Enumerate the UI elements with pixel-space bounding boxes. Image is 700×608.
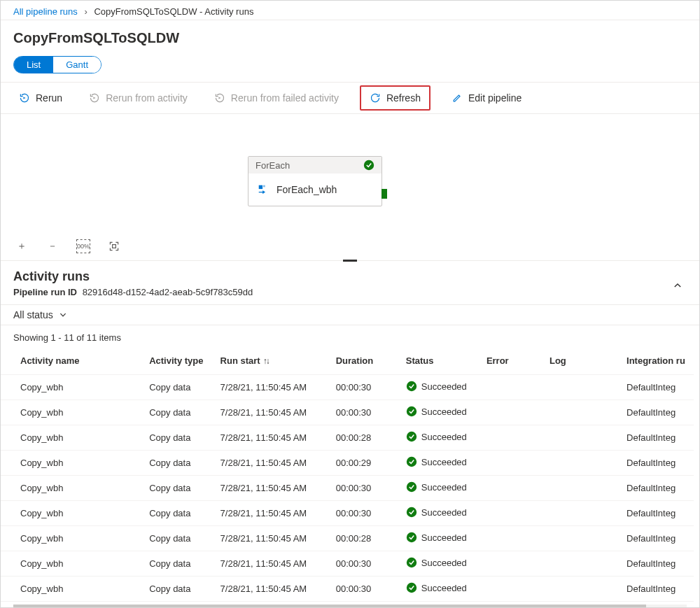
col-duration[interactable]: Duration <box>328 347 398 375</box>
cell-log <box>541 501 618 526</box>
cell-log <box>541 451 618 476</box>
col-error[interactable]: Error <box>478 347 541 375</box>
cell-status: Succeeded <box>398 526 478 551</box>
cell-error <box>478 526 541 551</box>
cell-duration: 00:00:30 <box>328 551 398 577</box>
table-row[interactable]: Copy_wbhCopy data7/28/21, 11:50:45 AM00:… <box>1 526 694 551</box>
view-toggle-gantt[interactable]: Gantt <box>53 57 101 73</box>
horizontal-scrollbar[interactable] <box>13 605 687 608</box>
cell-run-start: 7/28/21, 11:50:45 AM <box>212 577 328 602</box>
zoom-out-button[interactable]: － <box>46 239 59 253</box>
cell-activity-name: Copy_wbh <box>1 400 141 425</box>
table-row[interactable]: Copy_wbhCopy data7/28/21, 11:50:45 AM00:… <box>1 501 694 526</box>
rerun-activity-label: Rerun from activity <box>106 92 188 104</box>
refresh-label: Refresh <box>386 92 421 104</box>
table-row[interactable]: Copy_wbhCopy data7/28/21, 11:50:45 AM00:… <box>1 451 694 476</box>
table-row[interactable]: Copy_wbhCopy data7/28/21, 11:50:45 AM00:… <box>1 425 694 451</box>
svg-rect-3 <box>113 245 116 248</box>
table-row[interactable]: Copy_wbhCopy data7/28/21, 11:50:45 AM00:… <box>1 577 694 602</box>
cell-log <box>541 577 618 602</box>
cell-activity-name: Copy_wbh <box>1 476 141 501</box>
cell-run-start: 7/28/21, 11:50:45 AM <box>212 425 328 451</box>
col-integration[interactable]: Integration ru <box>618 347 694 375</box>
activity-runs-heading: Activity runs <box>13 269 687 284</box>
cell-duration: 00:00:28 <box>328 526 398 551</box>
view-toggle-list[interactable]: List <box>14 57 53 73</box>
cell-activity-name: Copy_wbh <box>1 375 141 400</box>
table-row[interactable]: Copy_wbhCopy data7/28/21, 11:50:45 AM00:… <box>1 400 694 425</box>
rerun-failed-icon <box>214 92 225 104</box>
svg-point-9 <box>407 507 416 517</box>
svg-point-5 <box>407 406 416 416</box>
svg-point-6 <box>407 432 416 441</box>
run-id-value: 82916d48-d152-4ad2-aeab-5c9f783c59dd <box>83 287 253 297</box>
table-row[interactable]: Copy_wbhCopy data7/28/21, 11:50:45 AM00:… <box>1 375 694 400</box>
svg-point-11 <box>407 558 416 567</box>
breadcrumb-root-link[interactable]: All pipeline runs <box>13 6 78 17</box>
col-activity-type[interactable]: Activity type <box>141 347 211 375</box>
svg-point-0 <box>364 160 374 170</box>
status-filter-dropdown[interactable]: All status <box>13 309 67 320</box>
cell-integration: DefaultInteg <box>618 400 694 425</box>
success-icon <box>406 582 417 593</box>
cell-error <box>478 476 541 501</box>
foreach-node[interactable]: ForEach ForEach_wbh <box>248 156 382 206</box>
cell-integration: DefaultInteg <box>618 577 694 602</box>
cell-integration: DefaultInteg <box>618 551 694 577</box>
rerun-failed-label: Rerun from failed activity <box>231 92 339 104</box>
page-title: CopyFromSQLToSQLDW <box>13 30 687 46</box>
cell-activity-type: Copy data <box>141 400 211 425</box>
cell-status: Succeeded <box>398 577 478 602</box>
breadcrumb: All pipeline runs › CopyFromSQLToSQLDW -… <box>1 1 699 20</box>
success-icon <box>406 481 417 493</box>
chevron-down-icon <box>59 311 67 319</box>
col-activity-name[interactable]: Activity name <box>1 347 141 375</box>
foreach-icon <box>257 183 270 196</box>
refresh-button[interactable]: Refresh <box>360 85 430 111</box>
zoom-reset-button[interactable]: 00% <box>76 239 90 253</box>
pipeline-canvas[interactable]: ForEach ForEach_wbh ＋ － 00% <box>1 114 699 261</box>
cell-activity-type: Copy data <box>141 526 211 551</box>
cell-error <box>478 400 541 425</box>
cell-duration: 00:00:30 <box>328 577 398 602</box>
breadcrumb-current: CopyFromSQLToSQLDW - Activity runs <box>94 6 253 17</box>
col-status[interactable]: Status <box>398 347 478 375</box>
cell-duration: 00:00:30 <box>328 476 398 501</box>
rerun-button[interactable]: Rerun <box>13 88 68 108</box>
table-row[interactable]: Copy_wbhCopy data7/28/21, 11:50:45 AM00:… <box>1 476 694 501</box>
cell-activity-name: Copy_wbh <box>1 577 141 602</box>
success-icon <box>363 160 374 171</box>
cell-activity-name: Copy_wbh <box>1 425 141 451</box>
cell-activity-type: Copy data <box>141 551 211 577</box>
svg-point-10 <box>407 532 416 542</box>
cell-log <box>541 375 618 400</box>
svg-rect-1 <box>259 185 262 189</box>
zoom-in-button[interactable]: ＋ <box>15 239 29 253</box>
cell-error <box>478 375 541 400</box>
collapse-section-button[interactable] <box>673 281 682 292</box>
zoom-fit-button[interactable] <box>107 239 121 253</box>
table-row[interactable]: Copy_wbhCopy data7/28/21, 11:50:45 AM00:… <box>1 551 694 577</box>
rerun-activity-icon <box>89 92 100 104</box>
cell-run-start: 7/28/21, 11:50:45 AM <box>212 551 328 577</box>
node-name-label: ForEach_wbh <box>276 184 337 195</box>
cell-integration: DefaultInteg <box>618 425 694 451</box>
cell-activity-name: Copy_wbh <box>1 526 141 551</box>
edit-label: Edit pipeline <box>468 92 522 104</box>
col-log[interactable]: Log <box>541 347 618 375</box>
view-toggle: List Gantt <box>13 56 102 73</box>
cell-status: Succeeded <box>398 501 478 526</box>
col-run-start-label: Run start <box>220 355 260 366</box>
sort-icon: ↑↓ <box>263 356 269 366</box>
edit-icon <box>451 92 463 104</box>
svg-point-4 <box>407 381 416 391</box>
col-run-start[interactable]: Run start↑↓ <box>212 347 328 375</box>
node-output-port[interactable] <box>382 189 387 199</box>
status-filter-label: All status <box>13 309 53 320</box>
cell-activity-name: Copy_wbh <box>1 501 141 526</box>
edit-pipeline-button[interactable]: Edit pipeline <box>446 88 527 108</box>
svg-rect-2 <box>263 185 265 188</box>
cell-activity-type: Copy data <box>141 425 211 451</box>
run-id-label: Pipeline run ID <box>13 287 77 297</box>
success-icon <box>406 381 417 392</box>
